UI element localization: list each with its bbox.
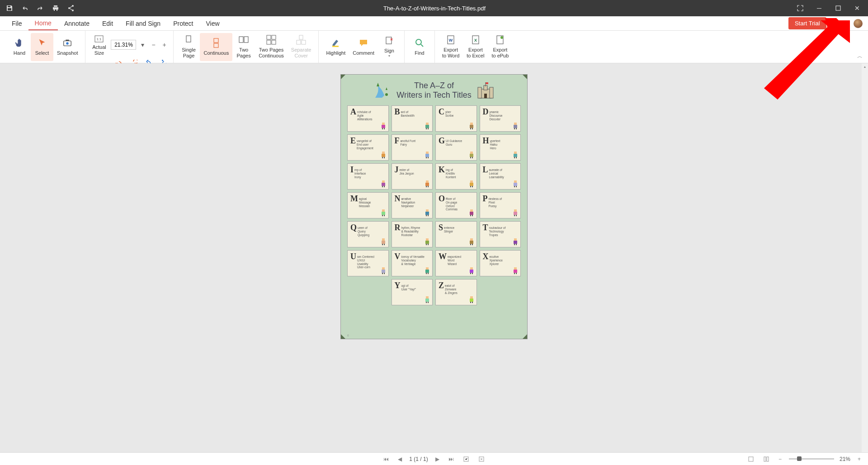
export-epub-button[interactable]: Export to ePub	[488, 33, 512, 61]
zoom-input[interactable]	[111, 40, 136, 50]
svg-rect-43	[426, 128, 427, 129]
menu-home[interactable]: Home	[28, 17, 58, 30]
svg-rect-105	[426, 238, 429, 241]
zoom-out-button[interactable]: −	[149, 40, 158, 49]
select-button[interactable]: Select	[31, 33, 53, 61]
minimize-icon[interactable]: ─	[813, 2, 826, 14]
two-pages-button[interactable]: Two Pages	[232, 33, 255, 61]
first-page-button[interactable]: ⏮	[382, 456, 391, 462]
menu-edit[interactable]: Edit	[96, 17, 119, 30]
pixel-character-icon	[380, 151, 387, 159]
svg-rect-46	[470, 125, 473, 128]
page-nav-icon-2[interactable]	[476, 456, 486, 462]
collapse-ribbon-icon[interactable]: ︿	[857, 52, 863, 60]
svg-rect-50	[514, 125, 517, 128]
print-icon[interactable]	[52, 4, 60, 12]
pixel-character-icon	[380, 180, 387, 188]
menu-view[interactable]: View	[200, 17, 226, 30]
view-mode-1-icon[interactable]	[746, 456, 756, 462]
select-icon	[37, 38, 47, 48]
svg-point-23	[416, 39, 421, 45]
card-letter: M	[350, 195, 358, 203]
svg-rect-49	[514, 123, 517, 125]
page-nav-icon-1[interactable]	[461, 456, 471, 462]
highlight-button[interactable]: Highlight	[322, 33, 349, 61]
card-text: ealot of Zenware & Zingers	[445, 284, 458, 294]
sign-button[interactable]: Sign ▾	[378, 33, 401, 61]
sign-in-link[interactable]: Sign In	[831, 20, 849, 27]
svg-rect-75	[426, 186, 427, 187]
avatar[interactable]	[854, 19, 863, 28]
continuous-button[interactable]: Continuous	[200, 33, 232, 61]
pixel-character-icon	[424, 295, 431, 304]
svg-rect-100	[516, 215, 517, 216]
alphabet-card: User-Centered UX/UI Usability Uber-corn	[347, 250, 389, 276]
comment-button[interactable]: Comment	[349, 33, 378, 61]
svg-rect-135	[426, 302, 427, 303]
redo-icon[interactable]	[36, 4, 44, 12]
zoom-minus-button[interactable]: −	[777, 456, 783, 462]
share-icon[interactable]	[67, 4, 75, 12]
svg-rect-123	[426, 273, 427, 274]
prev-page-button[interactable]: ◀	[396, 456, 404, 462]
svg-rect-13	[244, 37, 248, 43]
chevron-down-icon: ▾	[388, 54, 390, 58]
pixel-character-icon	[380, 266, 387, 275]
two-pages-icon	[238, 35, 249, 46]
scroll-up-icon[interactable]: ▴	[863, 64, 867, 69]
svg-rect-103	[382, 244, 383, 245]
zoom-in-button[interactable]: +	[160, 40, 169, 49]
start-trial-button[interactable]: Start Trial	[788, 17, 826, 29]
separate-cover-button[interactable]: Separate Cover	[288, 33, 315, 61]
alphabet-card: Queen of Query Quipping	[347, 221, 389, 247]
last-page-button[interactable]: ⏭	[447, 456, 456, 462]
zoom-plus-button[interactable]: +	[856, 456, 863, 462]
menu-protect[interactable]: Protect	[167, 17, 199, 30]
single-page-button[interactable]: Single Page	[177, 33, 200, 61]
svg-rect-33	[490, 87, 493, 98]
alphabet-card: Laureate of Lexical Learnability	[480, 163, 521, 190]
vertical-scrollbar[interactable]: ▴	[862, 63, 868, 452]
zoom-slider[interactable]	[789, 458, 834, 460]
find-button[interactable]: Find	[408, 33, 431, 61]
svg-rect-132	[516, 273, 517, 274]
card-text: iceroy of Versatile Vocabulary & Verbiag…	[401, 255, 425, 266]
word-icon: W	[445, 35, 456, 46]
next-page-button[interactable]: ▶	[434, 456, 441, 462]
two-pages-continuous-button[interactable]: Two Pages Continuous	[255, 33, 288, 61]
svg-rect-133	[426, 296, 429, 299]
view-mode-2-icon[interactable]	[761, 456, 771, 462]
document-viewport[interactable]: The A–Z of Writers in Tech Titles Archdu…	[0, 63, 868, 452]
snapshot-button[interactable]: Snapshot	[53, 33, 81, 61]
svg-rect-17	[272, 40, 276, 44]
menu-file[interactable]: File	[5, 17, 28, 30]
document-title: The A–Z of Writers in Tech Titles	[396, 81, 471, 100]
maximize-icon[interactable]	[832, 2, 844, 14]
export-excel-button[interactable]: X Export to Excel	[463, 33, 488, 61]
save-icon[interactable]	[5, 4, 14, 12]
svg-rect-11	[214, 43, 218, 47]
hand-button[interactable]: Hand	[8, 33, 31, 61]
card-letter: T	[483, 223, 488, 232]
zoom-dropdown-icon[interactable]: ▾	[138, 40, 147, 49]
card-text: yber Scribe	[445, 110, 453, 118]
comment-icon	[358, 38, 369, 48]
menu-fill-sign[interactable]: Fill and Sign	[119, 17, 167, 30]
svg-rect-62	[470, 154, 473, 157]
export-word-button[interactable]: W Export to Word	[439, 33, 463, 61]
svg-rect-111	[470, 244, 471, 245]
svg-rect-6	[66, 40, 69, 41]
card-text: ing of Kre8tiv Kontent	[446, 168, 456, 179]
svg-rect-48	[472, 128, 473, 129]
card-text: hythm, Rhyme & Readability Rockstar	[401, 226, 420, 237]
svg-point-5	[66, 42, 69, 45]
card-letter: R	[395, 223, 401, 232]
svg-rect-119	[382, 273, 383, 274]
actual-size-button[interactable]: 1:1 Actual Size	[90, 33, 108, 57]
menu-annotate[interactable]: Annotate	[58, 17, 96, 30]
undo-icon[interactable]	[21, 4, 29, 12]
close-icon[interactable]: ✕	[851, 2, 863, 14]
fullscreen-icon[interactable]	[794, 2, 807, 14]
svg-rect-65	[514, 152, 517, 154]
card-text: ypertext Haiku Hero	[490, 139, 500, 150]
